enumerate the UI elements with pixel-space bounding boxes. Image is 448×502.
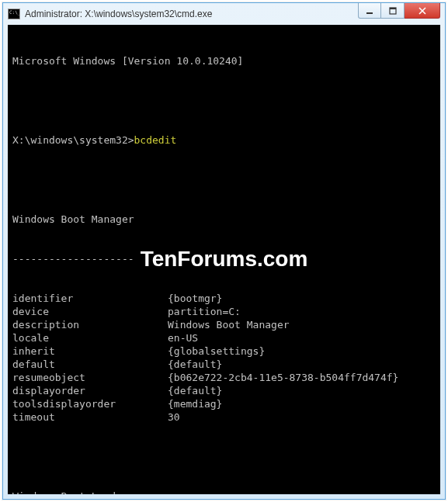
entry-key: timeout	[12, 410, 168, 424]
section-title: Windows Boot Loader	[12, 490, 436, 494]
cmd-window: Administrator: X:\windows\system32\cmd.e…	[2, 2, 446, 500]
entry-row: inherit{globalsettings}	[12, 344, 436, 358]
entry-row: toolsdisplayorder{memdiag}	[12, 397, 436, 410]
entry-value: 30	[168, 410, 180, 424]
bootmgr-entries: identifier{bootmgr}devicepartition=C:des…	[12, 292, 436, 424]
entry-key: identifier	[12, 292, 168, 305]
entry-key: description	[12, 318, 168, 331]
section-title: Windows Boot Manager	[12, 213, 436, 226]
section-divider: --------------------	[12, 252, 436, 265]
entry-key: default	[12, 358, 168, 371]
entry-value: {globalsettings}	[168, 344, 265, 358]
svg-rect-0	[366, 12, 373, 14]
entry-value: {default}	[168, 384, 222, 397]
entry-value: {b062e722-2cb4-11e5-8738-b504ff7d474f}	[168, 371, 398, 384]
titlebar[interactable]: Administrator: X:\windows\system32\cmd.e…	[3, 3, 445, 25]
entry-key: inherit	[12, 344, 168, 358]
entry-row: timeout30	[12, 410, 436, 424]
minimize-icon	[366, 7, 373, 15]
minimize-button[interactable]	[358, 3, 381, 19]
entry-value: en-US	[168, 331, 198, 344]
entry-value: {memdiag}	[168, 397, 222, 410]
close-button[interactable]	[405, 3, 440, 19]
entry-value: {default}	[168, 358, 222, 371]
entry-key: resumeobject	[12, 371, 168, 384]
window-title: Administrator: X:\windows\system32\cmd.e…	[25, 9, 358, 19]
entry-row: displayorder{default}	[12, 384, 436, 397]
maximize-icon	[389, 7, 397, 15]
entry-key: locale	[12, 331, 168, 344]
terminal-area[interactable]: Microsoft Windows [Version 10.0.10240] X…	[8, 25, 440, 494]
window-buttons	[358, 3, 440, 19]
entry-row: devicepartition=C:	[12, 305, 436, 318]
entry-row: identifier{bootmgr}	[12, 292, 436, 305]
prompt-prefix: X:\windows\system32>	[12, 134, 134, 146]
cmd-icon	[8, 9, 20, 19]
entry-row: default{default}	[12, 358, 436, 371]
entry-row: localeen-US	[12, 331, 436, 344]
entry-key: displayorder	[12, 384, 168, 397]
blank-line	[12, 173, 436, 186]
entry-value: {bootmgr}	[168, 292, 222, 305]
entry-key: toolsdisplayorder	[12, 397, 168, 410]
entry-row: resumeobject{b062e722-2cb4-11e5-8738-b50…	[12, 371, 436, 384]
entry-value: partition=C:	[168, 305, 241, 318]
entry-value: Windows Boot Manager	[168, 318, 290, 331]
maximize-button[interactable]	[381, 3, 405, 19]
blank-line	[12, 450, 436, 463]
command-text: bcdedit	[134, 134, 177, 146]
blank-line	[12, 94, 436, 107]
terminal-line: Microsoft Windows [Version 10.0.10240]	[12, 54, 436, 68]
close-icon	[418, 7, 427, 15]
entry-key: device	[12, 305, 168, 318]
prompt-line: X:\windows\system32>bcdedit	[12, 133, 436, 147]
entry-row: descriptionWindows Boot Manager	[12, 318, 436, 331]
svg-rect-2	[390, 8, 396, 9]
